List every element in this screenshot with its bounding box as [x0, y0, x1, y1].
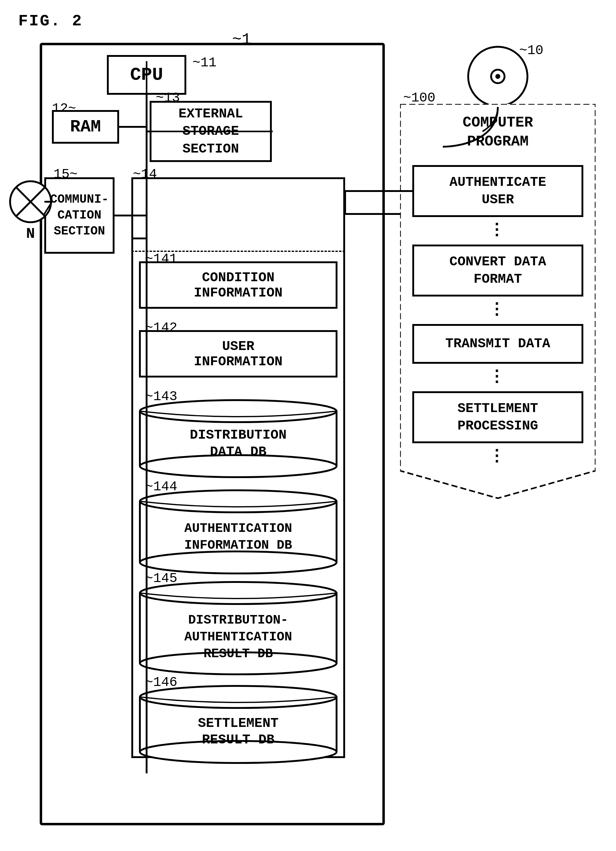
- ref-11: ~11: [192, 55, 217, 70]
- authenticate-user-box: AUTHENTICATEUSER: [412, 165, 583, 217]
- dist-auth-result-db: DISTRIBUTION- AUTHENTICATION RESULT DB: [139, 581, 337, 677]
- prog-dots-3: ⋮: [489, 367, 505, 386]
- svg-text:RESULT DB: RESULT DB: [204, 647, 273, 661]
- svg-text:AUTHENTICATION: AUTHENTICATION: [184, 521, 292, 536]
- dist-data-db: DISTRIBUTION DATA DB: [139, 399, 337, 480]
- figure-label: FIG. 2: [18, 12, 83, 30]
- user-info-box: USERINFORMATION: [139, 330, 337, 377]
- svg-text:DISTRIBUTION: DISTRIBUTION: [190, 427, 287, 443]
- svg-point-11: [140, 490, 337, 512]
- settlement-processing-box: SETTLEMENTPROCESSING: [412, 391, 583, 443]
- svg-text:SETTLEMENT: SETTLEMENT: [198, 716, 279, 731]
- auth-info-db: AUTHENTICATION INFORMATION DB: [139, 489, 337, 576]
- condition-info-box: CONDITIONINFORMATION: [139, 262, 337, 309]
- disc-icon: [467, 46, 528, 107]
- computer-program-label: COMPUTERPROGRAM: [400, 113, 595, 151]
- svg-text:DISTRIBUTION-: DISTRIBUTION-: [188, 613, 288, 627]
- prog-dots-1: ⋮: [489, 220, 505, 240]
- svg-text:RESULT DB: RESULT DB: [202, 732, 274, 747]
- svg-text:DATA DB: DATA DB: [210, 444, 267, 459]
- svg-point-4: [140, 400, 337, 422]
- network-symbol: N: [9, 180, 52, 242]
- prog-dots-2: ⋮: [489, 299, 505, 319]
- svg-point-10: [140, 552, 337, 573]
- ref-100: ~100: [403, 90, 436, 105]
- settlement-result-db: SETTLEMENT RESULT DB: [139, 685, 337, 766]
- ram-box: RAM: [52, 110, 119, 144]
- external-storage-box: EXTERNALSTORAGESECTION: [150, 101, 272, 162]
- convert-data-format-box: CONVERT DATAFORMAT: [412, 245, 583, 296]
- svg-text:INFORMATION DB: INFORMATION DB: [184, 538, 292, 553]
- cpu-box: CPU: [107, 55, 186, 95]
- comm-section-box: COMMUNI-CATIONSECTION: [44, 177, 114, 254]
- svg-point-18: [140, 582, 337, 604]
- prog-dots-4: ⋮: [489, 446, 505, 466]
- transmit-data-box: TRANSMIT DATA: [412, 324, 583, 364]
- svg-text:AUTHENTICATION: AUTHENTICATION: [184, 630, 292, 644]
- svg-point-26: [140, 686, 337, 708]
